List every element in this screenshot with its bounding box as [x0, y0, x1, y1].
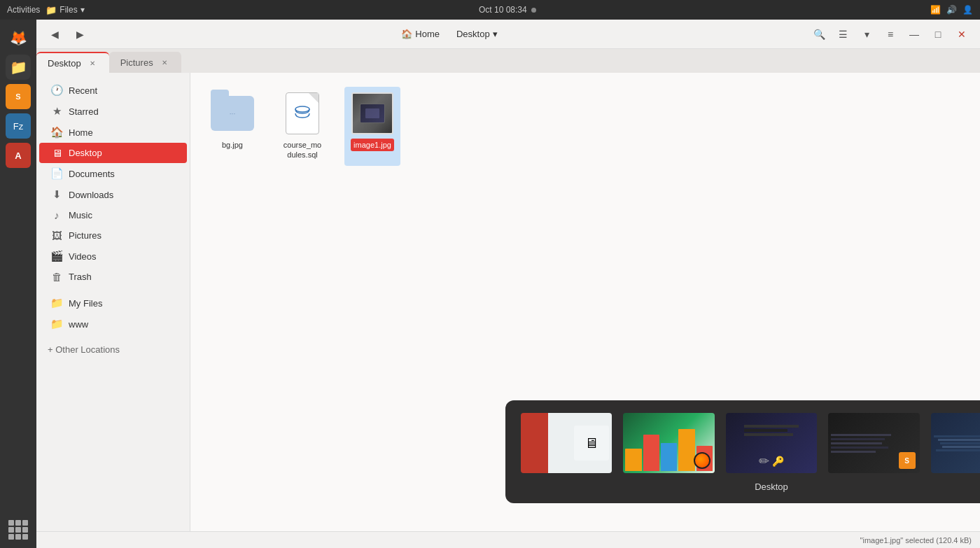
- user-icon: 👤: [962, 5, 973, 15]
- starred-icon: ★: [50, 105, 63, 118]
- music-icon: ♪: [50, 209, 63, 221]
- back-button[interactable]: ◀: [45, 24, 64, 44]
- file-item-image1[interactable]: image1.jpg: [344, 87, 400, 166]
- home-icon: 🏠: [401, 29, 412, 39]
- sidebar-separator-2: [36, 335, 190, 340]
- sidebar-separator: [36, 287, 190, 293]
- sidebar-item-starred[interactable]: ★ Starred: [39, 101, 187, 122]
- home-breadcrumb-label: Home: [415, 29, 440, 39]
- view-list-button[interactable]: ☰: [833, 24, 853, 44]
- tab-desktop-label: Desktop: [48, 58, 81, 69]
- dock-filezilla[interactable]: Fz: [6, 113, 31, 139]
- pictures-icon: 🖼: [50, 230, 63, 241]
- www-icon: 📁: [50, 318, 63, 330]
- trash-icon: 🗑: [50, 271, 63, 283]
- grid-dot: [22, 534, 28, 540]
- window-switcher-thumbs: 🖥: [519, 412, 980, 475]
- sidebar-item-videos[interactable]: 🎬 Videos: [39, 246, 187, 267]
- recent-icon: 🕐: [50, 84, 63, 97]
- search-button[interactable]: 🔍: [809, 24, 829, 44]
- home-sidebar-icon: 🏠: [50, 126, 63, 139]
- downloads-icon: ⬇: [50, 188, 63, 201]
- pen-tool-icon: ✏ 🔑: [759, 454, 784, 469]
- grid-dot: [8, 520, 14, 526]
- desktop-breadcrumb[interactable]: Desktop ▾: [451, 26, 503, 42]
- sidebar-item-music[interactable]: ♪ Music: [39, 205, 187, 225]
- tab-desktop-close[interactable]: ✕: [87, 57, 98, 69]
- close-button[interactable]: ✕: [952, 24, 972, 44]
- dock-files[interactable]: 📁: [6, 55, 31, 80]
- dock-firefox[interactable]: 🦊: [6, 25, 31, 50]
- sidebar-item-myfiles[interactable]: 📁 My Files: [39, 293, 187, 314]
- view-options-button[interactable]: ▾: [857, 24, 876, 44]
- dock-grid-button[interactable]: [6, 517, 31, 542]
- sidebar-item-trash[interactable]: 🗑 Trash: [39, 267, 187, 287]
- volume-icon: 🔊: [946, 5, 957, 15]
- window-thumb-4[interactable]: S: [827, 412, 920, 475]
- sidebar-item-documents[interactable]: 📄 Documents: [39, 163, 187, 184]
- datetime: Oct 10 08:34: [479, 5, 527, 15]
- sidebar-item-recent[interactable]: 🕐 Recent: [39, 80, 187, 101]
- window-switcher-label: Desktop: [519, 482, 980, 492]
- tab-pictures-close[interactable]: ✕: [159, 57, 170, 68]
- trash-label: Trash: [69, 272, 92, 282]
- window-thumb-5[interactable]: [930, 412, 980, 475]
- window-thumb-2[interactable]: [622, 412, 715, 475]
- dock-autostart[interactable]: A: [6, 143, 31, 168]
- home-label: Home: [69, 127, 93, 138]
- thumb-bg-5: [931, 413, 980, 473]
- system-bar-left: Activities 📁 Files ▾: [7, 5, 85, 15]
- file-item-bg[interactable]: ··· bg.jpg: [204, 87, 260, 166]
- desktop-breadcrumb-label: Desktop: [456, 29, 490, 39]
- tab-desktop[interactable]: Desktop ✕: [36, 52, 109, 73]
- file-item-sql[interactable]: course_modules.sql: [274, 87, 330, 166]
- sidebar-item-home[interactable]: 🏠 Home: [39, 122, 187, 143]
- window-thumb-1[interactable]: 🖥: [519, 412, 613, 475]
- fm-toolbar-left: ◀ ▶: [45, 24, 90, 44]
- videos-icon: 🎬: [50, 250, 63, 262]
- wifi-icon: 📶: [930, 5, 941, 15]
- app-grid-icon: [8, 520, 28, 540]
- minimize-button[interactable]: —: [904, 24, 924, 44]
- forward-button[interactable]: ▶: [70, 24, 90, 44]
- notification-dot: [531, 8, 536, 13]
- pictures-label: Pictures: [69, 230, 102, 241]
- starred-label: Starred: [69, 106, 99, 117]
- grid-dot: [22, 520, 28, 526]
- window-thumb-3[interactable]: ✏ 🔑: [724, 412, 818, 475]
- sidebar-item-www[interactable]: 📁 www: [39, 314, 187, 335]
- tab-pictures[interactable]: Pictures ✕: [109, 52, 181, 73]
- thumb-bg-3: ✏ 🔑: [726, 413, 817, 473]
- grid-dot: [22, 527, 28, 533]
- system-bar-center: Oct 10 08:34: [479, 5, 536, 15]
- content-area: 🕐 Recent ★ Starred 🏠 Home 🖥 Desktop 📄: [36, 73, 980, 531]
- thumb-bg-4: S: [828, 413, 919, 473]
- desktop-label: Desktop: [69, 148, 102, 158]
- file-icon-image1: [350, 91, 395, 136]
- svg-point-0: [295, 106, 309, 112]
- myfiles-icon: 📁: [50, 297, 63, 309]
- www-label: www: [69, 319, 88, 330]
- grid-dot: [15, 527, 21, 533]
- dock-sublime[interactable]: S: [6, 84, 31, 109]
- file-label-image1: image1.jpg: [351, 139, 394, 151]
- sublime-logo-thumb4: S: [899, 452, 916, 469]
- other-locations-button[interactable]: + Other Locations: [36, 340, 190, 359]
- activities-label[interactable]: Activities: [7, 5, 40, 15]
- sidebar-item-downloads[interactable]: ⬇ Downloads: [39, 184, 187, 205]
- sidebar-item-pictures[interactable]: 🖼 Pictures: [39, 225, 187, 246]
- sidebar-item-desktop[interactable]: 🖥 Desktop: [39, 143, 187, 163]
- recent-label: Recent: [69, 85, 97, 96]
- home-breadcrumb[interactable]: 🏠 Home: [396, 26, 445, 42]
- fm-breadcrumb: 🏠 Home Desktop ▾: [97, 26, 802, 42]
- documents-label: Documents: [69, 169, 115, 179]
- tab-pictures-label: Pictures: [120, 57, 153, 68]
- files-menu[interactable]: 📁 Files ▾: [46, 5, 84, 15]
- file-area: ··· bg.jpg: [190, 73, 980, 531]
- documents-icon: 📄: [50, 167, 63, 180]
- sort-button[interactable]: ≡: [881, 24, 900, 44]
- system-bar: Activities 📁 Files ▾ Oct 10 08:34 📶 🔊 👤: [0, 0, 980, 20]
- maximize-button[interactable]: □: [928, 24, 948, 44]
- file-icon-bg: ···: [210, 91, 255, 136]
- myfiles-label: My Files: [69, 298, 102, 309]
